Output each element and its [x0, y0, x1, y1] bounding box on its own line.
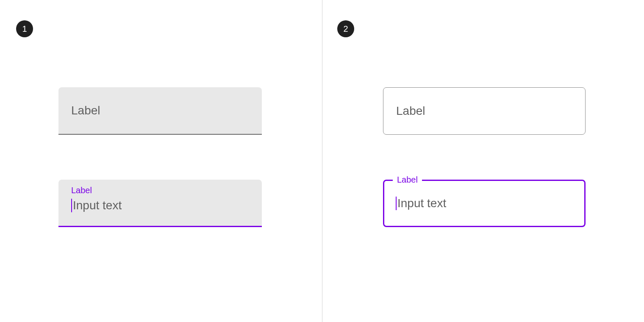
- text-field-filled-inactive[interactable]: Label: [58, 87, 262, 135]
- text-field-placeholder: Input text: [73, 199, 122, 212]
- panel-filled-variants: 1 Label Label Input text: [0, 0, 322, 322]
- panel-outlined-variants: 2 Label Label Input text: [322, 0, 644, 322]
- panel-badge-2: 2: [337, 20, 354, 37]
- text-cursor-icon: [396, 197, 397, 210]
- panel-badge-1: 1: [16, 20, 33, 37]
- text-field-outlined-active[interactable]: Label Input text: [383, 180, 586, 227]
- text-field-input-row: Input text: [396, 197, 446, 210]
- text-field-input-row: Input text: [71, 199, 262, 212]
- text-field-label: Label: [396, 104, 425, 118]
- text-cursor-icon: [71, 199, 72, 212]
- text-field-outlined-inactive[interactable]: Label: [383, 87, 586, 135]
- text-field-floating-label: Label: [393, 175, 422, 185]
- text-field-floating-label: Label: [71, 186, 262, 195]
- text-field-placeholder: Input text: [397, 197, 446, 210]
- text-field-filled-active[interactable]: Label Input text: [58, 180, 262, 227]
- text-field-label: Label: [71, 104, 100, 117]
